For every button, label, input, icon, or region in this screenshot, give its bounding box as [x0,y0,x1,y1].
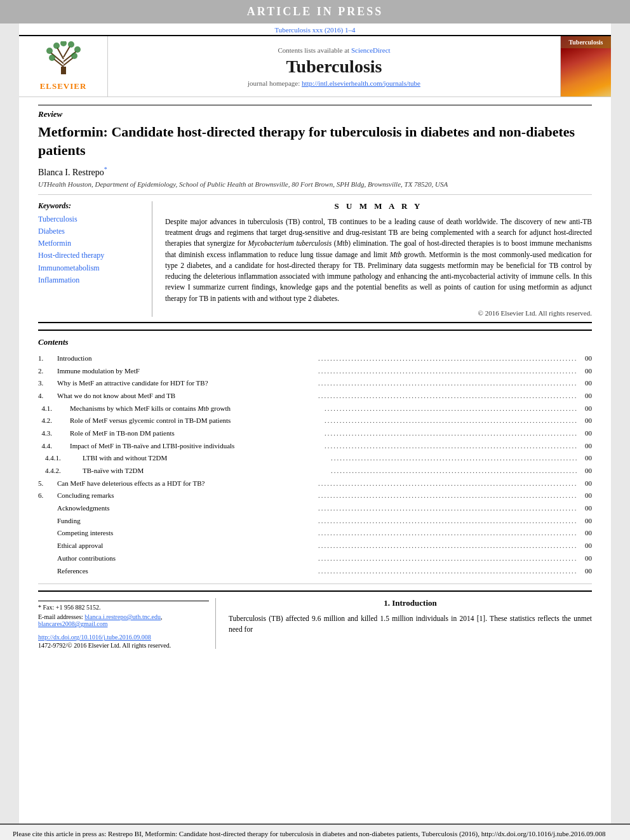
footnote-email: E-mail addresses: blanca.i.restrepo@uth.… [38,613,209,627]
copyright-text: © 2016 Elsevier Ltd. All rights reserved… [165,309,592,317]
author-name: Blanca I. Restrepo* [38,166,592,178]
toc-item-1: 1. Introduction 00 [38,352,592,365]
toc-item-4-3: 4.3. Role of MetF in TB-non DM patients … [38,427,592,440]
toc-section: Contents 1. Introduction 00 2. Immune mo… [38,330,592,584]
doi-link[interactable]: http://dx.doi.org/10.1016/j.tube.2016.09… [38,634,151,641]
svg-point-13 [60,41,67,46]
issn-text: 1472-9792/© 2016 Elsevier Ltd. All right… [38,642,209,649]
toc-item-references: References 00 [38,565,592,578]
journal-title: Tuberculosis [286,57,382,77]
keyword-hdt: Host-directed therapy [38,250,145,262]
divider-3 [38,590,592,592]
keyword-immunometabolism: Immunometabolism [38,262,145,274]
toc-title: Contents [38,337,592,347]
elsevier-label: ELSEVIER [40,81,87,91]
toc-item-4-1: 4.1. Mechanisms by which MetF kills or c… [38,403,592,415]
journal-center: Contents lists available at ScienceDirec… [108,36,560,97]
keyword-inflammation: Inflammation [38,274,145,286]
summary-text: Despite major advances in tuberculosis (… [165,217,592,304]
toc-item-ack: Acknowledgments 00 [38,502,592,515]
introduction-column: 1. Introduction Tuberculosis (TB) affect… [229,598,592,649]
svg-line-2 [64,58,73,65]
keyword-tuberculosis: Tuberculosis [38,213,145,225]
keywords-label: Keywords: [38,201,145,211]
svg-rect-0 [61,67,66,74]
toc-item-6: 6. Concluding remarks 00 [38,490,592,502]
toc-item-2: 2. Immune modulation by MetF 00 [38,365,592,378]
intro-heading: 1. Introduction [229,598,592,608]
toc-item-4-4: 4.4. Impact of MetF in TB-naïve and LTBI… [38,440,592,453]
toc-item-author-contrib: Author contributions 00 [38,552,592,565]
tb-cover-label: Tuberculosis [561,36,611,48]
keywords-summary-section: Keywords: Tuberculosis Diabetes Metformi… [38,201,592,317]
journal-homepage: journal homepage: http://intl.elsevierhe… [248,79,420,87]
footnote-fax: * Fax: +1 956 882 5152. [38,601,209,611]
journal-homepage-link[interactable]: http://intl.elsevierhealth.com/journals/… [302,79,420,87]
svg-point-8 [71,53,77,59]
article-banner: ARTICLE IN PRESS [0,0,630,23]
section-label: Review [38,105,592,119]
svg-line-6 [64,46,70,57]
keyword-diabetes: Diabetes [38,225,145,237]
summary-heading: S U M M A R Y [165,201,592,211]
tb-cover-thumbnail: Tuberculosis [560,36,611,97]
email1-link[interactable]: blanca.i.restrepo@uth.tnc.edu [84,613,161,620]
paper-title: Metformin: Candidate host-directed thera… [38,123,592,159]
svg-point-9 [46,48,53,54]
email2-link[interactable]: blancares2008@gmail.com [38,620,107,627]
intro-text: Tuberculosis (TB) affected 9.6 million a… [229,613,592,636]
toc-item-ethical: Ethical approval 00 [38,540,592,552]
doi-section: http://dx.doi.org/10.1016/j.tube.2016.09… [38,634,209,641]
svg-point-7 [49,55,55,61]
keywords-column: Keywords: Tuberculosis Diabetes Metformi… [38,201,152,317]
citation-text: Please cite this article in press as: Re… [13,830,605,837]
keyword-metformin: Metformin [38,237,145,250]
toc-item-3: 3. Why is MetF an attractive candidate f… [38,377,592,390]
journal-citation: Tuberculosis xxx (2016) 1–4 [19,23,611,35]
journal-header: ELSEVIER Contents lists available at Sci… [19,35,611,97]
divider-1 [38,194,592,195]
summary-column: S U M M A R Y Despite major advances in … [165,201,592,317]
science-direct-link[interactable]: ScienceDirect [351,46,391,54]
citation-box: Please cite this article in press as: Re… [0,823,630,840]
svg-point-10 [74,46,81,53]
footnote-column: * Fax: +1 956 882 5152. E-mail addresses… [38,598,216,649]
main-content: Review Metformin: Candidate host-directe… [19,97,611,657]
toc-item-4-4-1: 4.4.1. LTBI with and without T2DM 00 [38,452,592,465]
svg-line-5 [57,48,64,59]
toc-item-4-4-2: 4.4.2. TB-naïve with T2DM 00 [38,465,592,477]
bottom-two-col: * Fax: +1 956 882 5152. E-mail addresses… [38,598,592,649]
toc-item-competing: Competing interests 00 [38,527,592,540]
toc-item-5: 5. Can MetF have deleterious effects as … [38,477,592,490]
toc-item-4: 4. What we do not know about MetF and TB… [38,390,592,403]
divider-2 [38,322,592,323]
contents-available-text: Contents lists available at ScienceDirec… [278,46,390,54]
toc-item-4-2: 4.2. Role of MetF versus glycemic contro… [38,415,592,427]
elsevier-tree-icon [38,41,89,79]
affiliation: UTHealth Houston, Department of Epidemio… [38,180,592,188]
svg-point-12 [68,41,74,48]
elsevier-logo: ELSEVIER [19,36,108,97]
toc-item-funding: Funding 00 [38,515,592,528]
svg-point-11 [53,43,60,49]
